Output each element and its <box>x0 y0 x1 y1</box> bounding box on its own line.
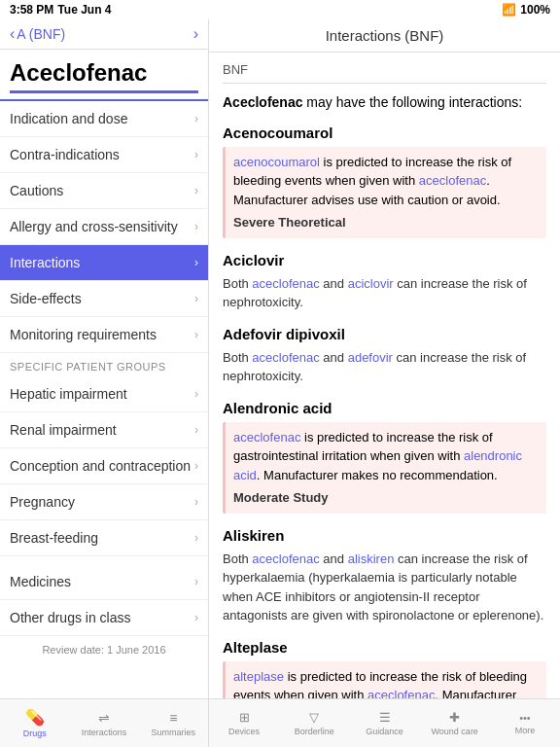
interaction-text-aciclovir: Both aceclofenac and aciclovir can incre… <box>223 274 546 312</box>
link-aceclofenac-4: aceclofenac <box>233 430 300 445</box>
interaction-alteplase: Alteplase alteplase is predicted to incr… <box>223 639 546 698</box>
nav-list: Indication and dose › Contra-indications… <box>0 101 208 698</box>
specific-groups-header: SPECIFIC PATIENT GROUPS <box>0 353 208 376</box>
wound-care-icon: ✚ <box>449 710 460 725</box>
forward-button[interactable]: › <box>193 25 198 43</box>
nav-label-monitoring: Monitoring requirements <box>10 327 157 342</box>
nav-item-cautions[interactable]: Cautions › <box>0 173 208 209</box>
tab-guidance[interactable]: ☰ Guidance <box>349 699 419 747</box>
tab-devices-label: Devices <box>228 727 260 736</box>
nav-item-renal[interactable]: Renal impairment › <box>0 412 208 448</box>
right-panel: Interactions (BNF) BNF Aceclofenac may h… <box>209 19 560 698</box>
nav-item-other-drugs[interactable]: Other drugs in class › <box>0 600 208 636</box>
back-button[interactable]: ‹ A (BNF) <box>10 25 65 43</box>
divider <box>223 83 546 84</box>
nav-item-interactions[interactable]: Interactions › <box>0 245 208 281</box>
interaction-adefovir: Adefovir dipivoxil Both aceclofenac and … <box>223 326 546 386</box>
nav-item-conception[interactable]: Conception and contraception › <box>0 448 208 484</box>
nav-label-indication: Indication and dose <box>10 111 127 126</box>
interaction-title-aciclovir: Aciclovir <box>223 252 546 268</box>
battery-status: 100% <box>520 3 550 17</box>
interaction-aliskiren: Aliskiren Both aceclofenac and aliskiren… <box>223 527 546 625</box>
tab-devices[interactable]: ⊞ Devices <box>209 699 279 747</box>
nav-item-hepatic[interactable]: Hepatic impairment › <box>0 376 208 412</box>
link-aceclofenac-2: aceclofenac <box>252 276 319 291</box>
link-aliskiren: aliskiren <box>348 551 395 566</box>
nav-label-contra: Contra-indications <box>10 147 120 162</box>
link-aceclofenac-5: aceclofenac <box>252 551 319 566</box>
bottom-left-tabs: 💊 Drugs ⇌ Interactions ≡ Summaries <box>0 699 209 747</box>
nav-item-medicines[interactable]: Medicines › <box>0 564 208 600</box>
tab-summaries[interactable]: ≡ Summaries <box>139 699 208 747</box>
bottom-right-tabs: ⊞ Devices ▽ Borderline ☰ Guidance ✚ Woun… <box>209 699 560 747</box>
chevron-icon-conception: › <box>194 459 198 473</box>
tab-more-label: More <box>515 726 536 735</box>
link-acenocoumarol: acenocoumarol <box>233 155 320 169</box>
drug-title-section: Aceclofenac <box>0 50 208 101</box>
nav-label-conception: Conception and contraception <box>10 458 191 474</box>
interaction-text-adefovir: Both aceclofenac and adefovir can increa… <box>223 348 546 386</box>
interaction-title-aliskiren: Aliskiren <box>223 527 546 544</box>
tab-interactions[interactable]: ⇌ Interactions <box>69 699 138 747</box>
chevron-icon-hepatic: › <box>194 387 198 401</box>
borderline-icon: ▽ <box>309 710 319 725</box>
nav-label-medicines: Medicines <box>10 574 71 589</box>
tab-drugs[interactable]: 💊 Drugs <box>0 699 69 747</box>
tab-guidance-label: Guidance <box>366 727 403 736</box>
nav-item-breastfeeding[interactable]: Breast-feeding › <box>0 520 208 556</box>
interaction-highlight-alteplase: alteplase is predicted to increase the r… <box>223 661 546 698</box>
drugs-icon: 💊 <box>25 708 45 727</box>
chevron-icon-indication: › <box>194 112 198 125</box>
intro-suffix: may have the following interactions: <box>302 94 522 110</box>
devices-icon: ⊞ <box>239 710 250 725</box>
tab-borderline-label: Borderline <box>295 727 334 736</box>
interaction-acenocoumarol: Acenocoumarol acenocoumarol is predicted… <box>223 124 546 238</box>
more-icon: ••• <box>519 712 531 724</box>
interactions-icon: ⇌ <box>98 710 110 726</box>
nav-item-side-effects[interactable]: Side-effects › <box>0 281 208 317</box>
nav-item-indication[interactable]: Indication and dose › <box>0 101 208 137</box>
nav-label-cautions: Cautions <box>10 183 63 198</box>
right-header: Interactions (BNF) <box>209 19 560 53</box>
chevron-icon-interactions: › <box>194 256 198 269</box>
summaries-icon: ≡ <box>169 710 177 726</box>
tab-borderline[interactable]: ▽ Borderline <box>279 699 349 747</box>
nav-label-allergy: Allergy and cross-sensitivity <box>10 219 178 234</box>
intro-text: Aceclofenac may have the following inter… <box>223 93 546 113</box>
tab-more[interactable]: ••• More <box>490 699 560 747</box>
nav-label-renal: Renal impairment <box>10 422 117 438</box>
tab-wound-care-label: Wound care <box>432 727 478 736</box>
nav-item-monitoring[interactable]: Monitoring requirements › <box>0 317 208 353</box>
title-underline <box>10 90 198 93</box>
status-time: 3:58 PM <box>10 3 53 17</box>
tab-drugs-label: Drugs <box>23 729 47 738</box>
left-nav-header: ‹ A (BNF) › <box>0 19 208 50</box>
nav-label-breastfeeding: Breast-feeding <box>10 530 98 546</box>
status-day: Tue Jun 4 <box>57 3 111 17</box>
source-label: BNF <box>223 62 546 77</box>
link-aceclofenac-1: aceclofenac <box>419 173 486 188</box>
severity-acenocoumarol: Severe Theoretical <box>233 213 539 232</box>
chevron-icon-medicines: › <box>194 575 198 588</box>
chevron-icon-allergy: › <box>194 220 198 233</box>
spacer <box>0 556 208 564</box>
tab-interactions-label: Interactions <box>82 728 127 737</box>
status-bar: 3:58 PM Tue Jun 4 📶 100% <box>0 0 560 19</box>
right-content[interactable]: BNF Aceclofenac may have the following i… <box>209 53 560 698</box>
tab-wound-care[interactable]: ✚ Wound care <box>420 699 490 747</box>
chevron-icon-cautions: › <box>194 184 198 197</box>
interaction-title-alendronic: Alendronic acid <box>223 400 546 416</box>
nav-label-other-drugs: Other drugs in class <box>10 610 131 625</box>
link-adefovir: adefovir <box>348 350 393 365</box>
wifi-icon: 📶 <box>502 3 516 17</box>
nav-item-contra[interactable]: Contra-indications › <box>0 137 208 173</box>
chevron-icon-pregnancy: › <box>194 495 198 509</box>
intro-drug-name: Aceclofenac <box>223 94 302 110</box>
nav-item-pregnancy[interactable]: Pregnancy › <box>0 484 208 520</box>
link-aceclofenac-6: aceclofenac <box>368 688 435 698</box>
nav-item-allergy[interactable]: Allergy and cross-sensitivity › <box>0 209 208 245</box>
link-aciclovir: aciclovir <box>348 276 394 291</box>
interaction-highlight-acenocoumarol: acenocoumarol is predicted to increase t… <box>223 147 546 238</box>
link-alendronic: alendronic acid <box>233 448 522 482</box>
nav-label-interactions: Interactions <box>10 255 80 270</box>
